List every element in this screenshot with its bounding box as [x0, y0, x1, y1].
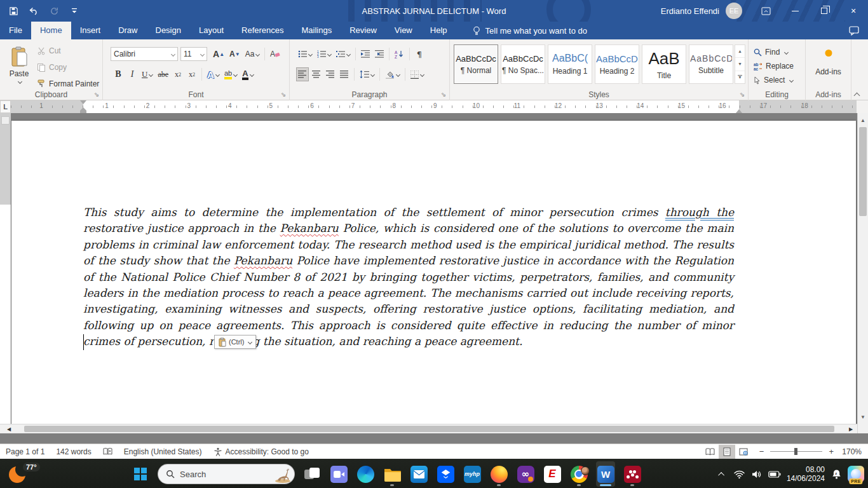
ribbon-display-options-button[interactable]	[751, 0, 780, 22]
taskbar-chrome-app[interactable]	[569, 461, 588, 487]
taskbar-word-app-active[interactable]: W	[596, 461, 615, 487]
paste-button[interactable]: Paste	[5, 43, 33, 95]
tab-layout[interactable]: Layout	[190, 22, 233, 39]
zoom-out-button[interactable]: −	[758, 447, 766, 456]
styles-scroll-down[interactable]: ▼	[735, 58, 745, 71]
zoom-slider-track[interactable]	[770, 451, 822, 452]
font-color-button[interactable]: A	[240, 67, 255, 81]
taskbar-edge-app[interactable]	[356, 461, 375, 487]
h-ruler[interactable]: 1123456789101112131415161718	[11, 100, 857, 113]
minimize-button[interactable]	[780, 0, 810, 22]
taskbar-espn-app[interactable]: E	[543, 461, 562, 487]
collapse-ribbon-button[interactable]	[853, 91, 862, 97]
signed-in-user[interactable]: Erdianto Effendi	[661, 6, 719, 16]
strikethrough-button[interactable]: abe	[156, 67, 170, 81]
wifi-icon[interactable]	[734, 464, 745, 484]
restore-button[interactable]	[810, 0, 839, 22]
notification-bell-icon[interactable]: z	[831, 464, 842, 484]
customize-quick-access-icon[interactable]	[67, 3, 81, 18]
battery-icon[interactable]	[768, 464, 781, 484]
accessibility-indicator[interactable]: Accessibility: Good to go	[208, 444, 315, 459]
tab-mailings[interactable]: Mailings	[293, 22, 341, 39]
scroll-left-arrow[interactable]: ◀	[4, 424, 14, 433]
taskbar-mail-app[interactable]	[409, 461, 428, 487]
format-painter-button[interactable]: Format Painter	[37, 78, 99, 90]
zoom-level-indicator[interactable]: 170%	[840, 447, 862, 456]
abstract-paragraph[interactable]: This study aims to determine the impleme…	[83, 205, 734, 350]
copilot-button[interactable]: PRE	[848, 466, 864, 482]
font-dialog-launcher[interactable]	[280, 91, 287, 98]
taskbar-chat-app[interactable]	[329, 461, 348, 487]
font-size-combobox[interactable]: 11	[180, 47, 207, 61]
tab-design[interactable]: Design	[147, 22, 190, 39]
superscript-button[interactable]: x2	[186, 67, 198, 81]
tab-review[interactable]: Review	[341, 22, 386, 39]
tab-view[interactable]: View	[386, 22, 421, 39]
find-button[interactable]: Find	[754, 46, 788, 58]
grow-font-button[interactable]: A▲	[211, 47, 226, 61]
scroll-up-arrow[interactable]: ▲	[858, 116, 868, 125]
hanging-indent-marker[interactable]	[80, 107, 86, 113]
zoom-in-button[interactable]: +	[827, 447, 835, 456]
font-name-combobox[interactable]: Calibri	[111, 47, 178, 61]
style-subtitle[interactable]: AaBbCcDSubtitle	[689, 44, 733, 84]
clock-widget[interactable]: 08.00 14/06/2024	[787, 465, 825, 483]
styles-dialog-launcher[interactable]	[738, 91, 746, 98]
proofing-errors-button[interactable]	[97, 444, 118, 459]
tray-chevron-up[interactable]	[717, 464, 728, 484]
text-effects-button[interactable]: A	[205, 67, 221, 81]
tab-help[interactable]: Help	[421, 22, 456, 39]
vertical-scrollbar[interactable]: ▲ ▼	[857, 113, 868, 433]
addins-icon[interactable]	[825, 50, 832, 57]
v-ruler[interactable]	[0, 113, 11, 433]
taskbar-firefox-app[interactable]	[489, 461, 508, 487]
comments-button[interactable]	[849, 22, 859, 39]
volume-icon[interactable]	[751, 464, 763, 484]
taskbar-myhp-app[interactable]: myhp	[463, 461, 482, 487]
document-page[interactable]: This study aims to determine the impleme…	[11, 121, 856, 433]
style--normal[interactable]: AaBbCcDc¶ Normal	[454, 44, 498, 84]
taskbar-search-box[interactable]: Search	[158, 464, 295, 484]
line-spacing-button[interactable]	[358, 67, 376, 81]
word-count-indicator[interactable]: 142 words	[50, 444, 97, 459]
copy-button[interactable]: Copy	[37, 61, 99, 74]
tab-stop-selector[interactable]: L	[0, 100, 11, 113]
taskbar-dropbox-app[interactable]	[436, 461, 455, 487]
select-button[interactable]: Select	[754, 74, 793, 86]
align-right-button[interactable]	[324, 67, 337, 81]
save-button[interactable]	[6, 3, 20, 18]
tab-insert[interactable]: Insert	[71, 22, 110, 39]
tell-me-box[interactable]: Tell me what you want to do	[473, 22, 587, 39]
avatar[interactable]: EE	[726, 3, 742, 19]
clipboard-dialog-launcher[interactable]	[93, 91, 100, 98]
highlight-color-button[interactable]: ab	[222, 67, 239, 81]
vertical-scroll-thumb[interactable]	[859, 127, 867, 216]
cut-button[interactable]: Cut	[37, 44, 99, 57]
numbering-button[interactable]: 123	[315, 47, 333, 61]
change-case-button[interactable]: Aa	[243, 47, 262, 61]
taskbar-mendeley-app[interactable]	[623, 461, 642, 487]
replace-button[interactable]: abac Replace	[754, 60, 794, 72]
align-left-button[interactable]	[296, 67, 309, 81]
show-hide-marks-button[interactable]: ¶	[413, 47, 426, 61]
horizontal-scroll-thumb[interactable]	[24, 426, 834, 432]
bullets-button[interactable]	[296, 47, 314, 61]
task-view-button[interactable]	[302, 461, 322, 487]
decrease-indent-button[interactable]	[359, 47, 372, 61]
bold-button[interactable]: B	[112, 67, 125, 81]
weather-widget[interactable]: 77°	[6, 463, 43, 485]
addins-button[interactable]: Add-ins	[806, 67, 851, 76]
increase-indent-button[interactable]	[373, 47, 386, 61]
page-number-indicator[interactable]: Page 1 of 1	[0, 444, 50, 459]
print-layout-button[interactable]	[719, 445, 735, 459]
scroll-down-arrow[interactable]: ▼	[858, 412, 868, 422]
start-button[interactable]	[131, 464, 150, 484]
multilevel-list-button[interactable]	[334, 47, 352, 61]
tab-draw[interactable]: Draw	[109, 22, 146, 39]
zoom-slider-thumb[interactable]	[794, 448, 797, 455]
justify-button[interactable]	[338, 67, 351, 81]
clear-formatting-button[interactable]: A	[268, 47, 282, 61]
styles-more-button[interactable]: ▼	[735, 71, 745, 83]
taskbar-infinity-app[interactable]: ∞	[516, 461, 535, 487]
underline-button[interactable]: U	[140, 67, 154, 81]
